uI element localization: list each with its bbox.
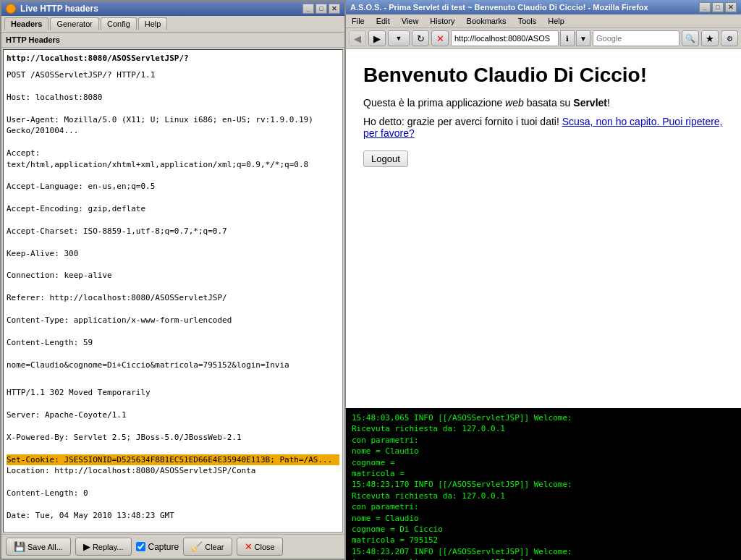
- capture-checkbox[interactable]: [136, 542, 145, 551]
- replay-icon: ▶: [83, 541, 90, 552]
- tab-generator[interactable]: Generator: [50, 17, 99, 30]
- terminal-line: nome = Claudio: [352, 513, 735, 524]
- dropdown-button[interactable]: ▼: [388, 30, 410, 46]
- firefox-titlebar: A.S.O.S. - Prima Servlet di test ~ Benve…: [346, 0, 741, 14]
- terminal-line: 15:48:23,207 INFO [[/ASOSServletJSP]] We…: [352, 546, 735, 557]
- menu-history[interactable]: History: [427, 15, 457, 27]
- terminal-area: 15:48:03,065 INFO [[/ASOSServletJSP]] We…: [346, 408, 741, 560]
- terminal-line: cognome = Di Ciccio: [352, 524, 735, 535]
- capture-checkbox-area: Capture: [136, 542, 179, 552]
- save-all-button[interactable]: 💾 Save All...: [6, 538, 71, 556]
- ff-maximize[interactable]: □: [712, 2, 724, 12]
- menu-view[interactable]: View: [399, 15, 422, 27]
- terminal-line: matricola =: [352, 468, 735, 479]
- firefox-title: A.S.O.S. - Prima Servlet di test ~ Benve…: [350, 3, 648, 12]
- tab-headers[interactable]: Headers: [4, 17, 48, 30]
- terminal-line: nome = Claudio: [352, 446, 735, 457]
- menu-help[interactable]: Help: [545, 15, 567, 27]
- servlet-bold: Servlet: [573, 97, 607, 109]
- headers-content[interactable]: http://localhost:8080/ASOSServletJSP/?PO…: [3, 49, 343, 533]
- tools-nav-button[interactable]: ⚙: [721, 30, 738, 46]
- web-content: Benvenuto Claudio Di Ciccio! Questa è la…: [346, 49, 741, 408]
- firefox-navbar: ◀ ▶ ▼ ↻ ✕ ℹ ▼ 🔍 ★ ⚙: [346, 28, 741, 49]
- maximize-button[interactable]: □: [316, 4, 327, 14]
- bottom-toolbar: 💾 Save All... ▶ Replay... Capture 🧹 Clea…: [1, 534, 344, 559]
- text-prefix: Ho detto: grazie per averci fornito i tu…: [363, 116, 562, 127]
- clear-button[interactable]: 🧹 Clear: [183, 538, 232, 556]
- ff-close[interactable]: ✕: [725, 2, 737, 12]
- address-bar[interactable]: [451, 30, 559, 46]
- menu-bookmarks[interactable]: Bookmarks: [464, 15, 509, 27]
- replay-button[interactable]: ▶ Replay...: [75, 538, 132, 556]
- tab-help[interactable]: Help: [138, 17, 168, 30]
- menu-tabs: Headers Generator Config Help: [1, 16, 344, 33]
- forward-button[interactable]: ▶: [368, 30, 386, 46]
- logout-button[interactable]: Logout: [363, 150, 408, 167]
- close-button-left[interactable]: ✕: [329, 4, 340, 14]
- search-button[interactable]: 🔍: [682, 30, 699, 46]
- left-window-title: Live HTTP headers: [20, 4, 98, 14]
- bookmark-button[interactable]: ★: [701, 30, 719, 46]
- terminal-line: Ricevuta richiesta da: 127.0.0.1: [352, 491, 735, 501]
- window-controls: _ □ ✕: [302, 4, 340, 14]
- capture-label: Capture: [148, 542, 179, 552]
- web-italic: web: [505, 97, 524, 109]
- clear-icon: 🧹: [191, 541, 203, 552]
- search-bar[interactable]: [593, 30, 679, 46]
- app-icon: [6, 4, 16, 14]
- x-icon: ✕: [245, 541, 253, 552]
- subtitle-text2: basata su: [524, 97, 574, 109]
- close-button[interactable]: ✕ Close: [237, 538, 283, 556]
- terminal-line: cognome =: [352, 457, 735, 468]
- menu-tools[interactable]: Tools: [515, 15, 540, 27]
- ff-minimize[interactable]: _: [699, 2, 711, 12]
- terminal-line: 15:48:23,170 INFO [[/ASOSServletJSP]] We…: [352, 479, 735, 490]
- subtitle-text: Questa è la prima applicazione: [363, 97, 505, 109]
- terminal-line: matricola = 795152: [352, 535, 735, 546]
- minimize-button[interactable]: _: [302, 4, 314, 14]
- left-panel: Live HTTP headers _ □ ✕ Headers Generato…: [0, 0, 346, 560]
- address-info-button[interactable]: ℹ: [560, 30, 575, 46]
- save-icon: 💾: [14, 541, 25, 552]
- firefox-menubar: File Edit View History Bookmarks Tools H…: [346, 14, 741, 28]
- page-text: Ho detto: grazie per averci fornito i tu…: [363, 116, 724, 139]
- terminal-line: con parametri:: [352, 435, 735, 446]
- page-subtitle: Questa è la prima applicazione web basat…: [363, 97, 724, 109]
- left-titlebar: Live HTTP headers _ □ ✕: [1, 1, 344, 16]
- stop-button[interactable]: ✕: [431, 30, 449, 46]
- menu-file[interactable]: File: [349, 15, 368, 27]
- firefox-controls: _ □ ✕: [699, 2, 737, 12]
- right-panel: A.S.O.S. - Prima Servlet di test ~ Benve…: [346, 0, 741, 560]
- terminal-line: Accreditato l'utente su host 127.0.0.1: [352, 557, 735, 560]
- terminal-line: con parametri:: [352, 501, 735, 512]
- address-bar-container: ℹ ▼: [451, 30, 590, 46]
- section-label: HTTP Headers: [1, 33, 344, 48]
- terminal-line: Ricevuta richiesta da: 127.0.0.1: [352, 423, 735, 434]
- tab-config[interactable]: Config: [101, 17, 137, 30]
- refresh-button[interactable]: ↻: [412, 30, 429, 46]
- terminal-line: 15:48:03,065 INFO [[/ASOSServletJSP]] We…: [352, 412, 735, 423]
- page-heading: Benvenuto Claudio Di Ciccio!: [363, 64, 724, 87]
- address-dropdown-button[interactable]: ▼: [576, 30, 590, 46]
- back-button[interactable]: ◀: [349, 30, 366, 46]
- menu-edit[interactable]: Edit: [373, 15, 393, 27]
